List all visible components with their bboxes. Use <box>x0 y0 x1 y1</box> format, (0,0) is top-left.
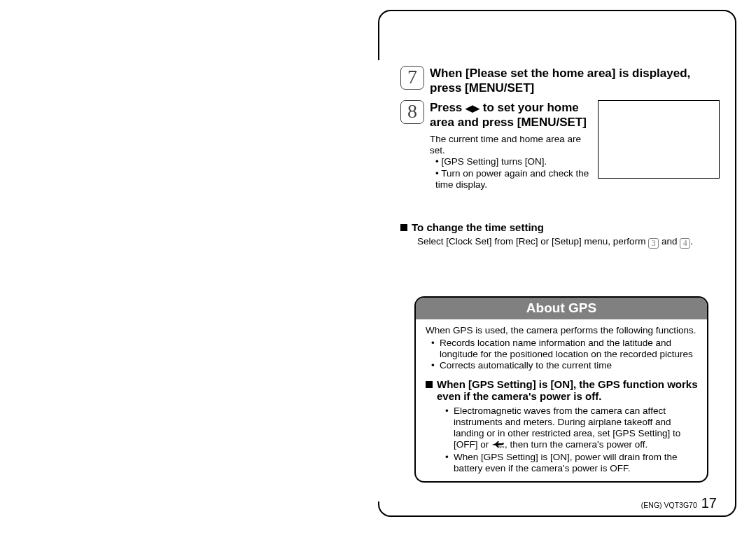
airplane-gps-icon: GPS <box>491 440 505 448</box>
left-right-arrow-icon: ◀▶ <box>465 103 479 113</box>
about-gps-title: About GPS <box>416 298 707 319</box>
step-ref-icon-4: 4 <box>680 238 690 249</box>
about-gps-box: About GPS When GPS is used, the camera p… <box>414 296 708 483</box>
footer-doc-code: (ENG) VQT3G70 <box>641 501 697 509</box>
manual-page: 7 When [Please set the home area] is dis… <box>378 10 736 517</box>
step-8-title-prefix: Press <box>430 101 465 114</box>
gps-subsection: When [GPS Setting] is [ON], the GPS func… <box>426 378 699 474</box>
gps-intro-bullet-1: • Records location name information and … <box>431 338 699 360</box>
footer-page-number: 17 <box>701 495 717 511</box>
gps-sub-bullet-2: • When [GPS Setting] is [ON], power will… <box>445 452 699 474</box>
change-time-body-mid: and <box>659 236 680 247</box>
step-8-bullet-1: • [GPS Setting] turns [ON]. <box>435 156 594 167</box>
step-8-bullet-2-text: Turn on power again and check the time d… <box>435 168 589 190</box>
step-8: 8 Press ◀▶ to set your home area and pre… <box>400 100 594 130</box>
step-8-bullet-1-text: [GPS Setting] turns [ON]. <box>441 156 547 167</box>
change-time-heading-text: To change the time setting <box>412 221 544 233</box>
change-time-heading: To change the time setting <box>400 221 720 234</box>
gps-sub-bullet-1: • Electromagnetic waves from the camera … <box>445 406 699 450</box>
step-8-bullet-2: • Turn on power again and check the time… <box>435 168 594 191</box>
page-footer: (ENG) VQT3G70 17 <box>641 495 717 511</box>
step-7-title: When [Please set the home area] is displ… <box>430 66 720 96</box>
gps-sub-heading-text: When [GPS Setting] is [ON], the GPS func… <box>437 378 699 403</box>
step-7: 7 When [Please set the home area] is dis… <box>400 66 720 96</box>
step-8-title: Press ◀▶ to set your home area and press… <box>430 100 594 130</box>
step-8-row: 8 Press ◀▶ to set your home area and pre… <box>400 100 720 191</box>
gps-sub-heading: When [GPS Setting] is [ON], the GPS func… <box>426 378 699 403</box>
gps-sub-bullet-2-text: When [GPS Setting] is [ON], power will d… <box>454 452 699 474</box>
step-ref-icon-3: 3 <box>648 238 659 249</box>
step-number-icon-8: 8 <box>400 100 424 124</box>
change-time-body-suffix: . <box>690 236 693 247</box>
step-8-body-line1: The current time and home area are set. <box>430 134 594 156</box>
change-time-body: Select [Clock Set] from [Rec] or [Setup]… <box>400 235 720 249</box>
gps-intro-bullet-2: • Corrects automatically to the current … <box>431 360 699 371</box>
gps-sub-bullet-1b: , then turn the camera's power off. <box>505 439 648 450</box>
square-bullet-icon <box>426 381 433 388</box>
change-time-body-prefix: Select [Clock Set] from [Rec] or [Setup]… <box>417 236 648 247</box>
gps-intro: When GPS is used, the camera performs th… <box>426 325 699 336</box>
step-number-icon-7: 7 <box>400 66 424 90</box>
square-bullet-icon <box>400 224 407 231</box>
gps-intro-bullet-1-text: Records location name information and th… <box>440 338 699 360</box>
gps-intro-bullet-2-text: Corrects automatically to the current ti… <box>440 360 699 371</box>
svg-text:GPS: GPS <box>498 445 505 448</box>
screen-illustration-placeholder <box>598 100 720 179</box>
step-8-body: The current time and home area are set. … <box>400 134 594 191</box>
